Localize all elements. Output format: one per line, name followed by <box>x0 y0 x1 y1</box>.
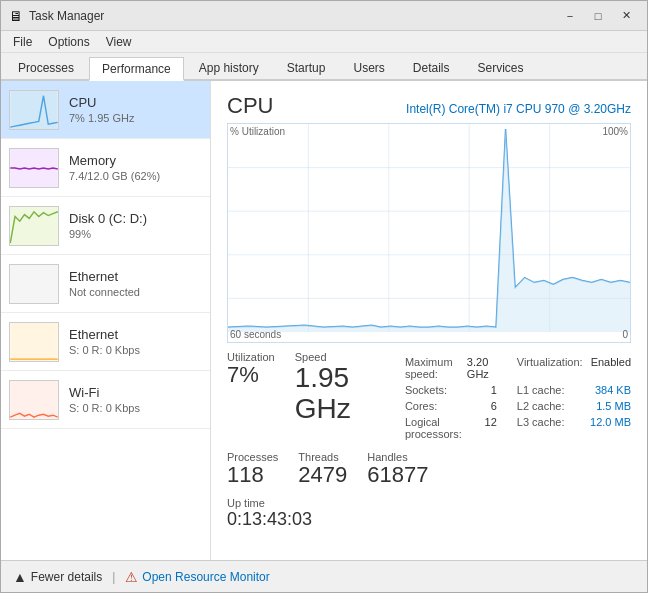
close-button[interactable]: ✕ <box>613 6 639 26</box>
cpu-detail-panel: CPU Intel(R) Core(TM) i7 CPU 970 @ 3.20G… <box>211 81 647 560</box>
l1-row: L1 cache: 384 KB <box>517 383 631 397</box>
disk-mini-graph-container <box>9 206 59 246</box>
ethernet2-label: Ethernet <box>69 327 140 342</box>
task-manager-window: 🖥 Task Manager − □ ✕ File Options View P… <box>0 0 648 593</box>
resource-monitor-icon: ⚠ <box>125 569 138 585</box>
utilization-value: 7% <box>227 363 275 387</box>
title-bar-controls: − □ ✕ <box>557 6 639 26</box>
footer-divider: | <box>112 570 115 584</box>
wifi-mini-graph-svg <box>10 381 58 419</box>
l2-key: L2 cache: <box>517 400 565 412</box>
ethernet2-sublabel: S: 0 R: 0 Kbps <box>69 344 140 356</box>
virt-row: Virtualization: Enabled <box>517 355 631 381</box>
menu-bar: File Options View <box>1 31 647 53</box>
wifi-sublabel: S: 0 R: 0 Kbps <box>69 402 140 414</box>
threads-block: Threads 2479 <box>298 451 347 487</box>
memory-sublabel: 7.4/12.0 GB (62%) <box>69 170 160 182</box>
cpu-detail-header: CPU Intel(R) Core(TM) i7 CPU 970 @ 3.20G… <box>227 93 631 119</box>
uptime-value: 0:13:43:03 <box>227 509 631 530</box>
ethernet2-info: Ethernet S: 0 R: 0 Kbps <box>69 327 140 356</box>
virt-val: Enabled <box>591 356 631 380</box>
l1-val: 384 KB <box>595 384 631 396</box>
menu-view[interactable]: View <box>98 33 140 51</box>
l3-key: L3 cache: <box>517 416 565 440</box>
svg-rect-4 <box>10 323 58 361</box>
wifi-info: Wi-Fi S: 0 R: 0 Kbps <box>69 385 140 414</box>
cores-row: Cores: 6 <box>405 399 497 413</box>
maximize-button[interactable]: □ <box>585 6 611 26</box>
sidebar-item-disk[interactable]: Disk 0 (C: D:) 99% <box>1 197 210 255</box>
chart-x-right: 0 <box>622 329 628 340</box>
disk-sublabel: 99% <box>69 228 147 240</box>
wifi-mini-graph-container <box>9 380 59 420</box>
tab-startup[interactable]: Startup <box>274 55 339 79</box>
tab-users[interactable]: Users <box>340 55 397 79</box>
stats-row-1: Utilization 7% Speed 1.95 GHz Maximum sp… <box>227 351 631 441</box>
sockets-row: Sockets: 1 <box>405 383 497 397</box>
chart-x-left: 60 seconds <box>230 329 281 340</box>
chevron-up-icon: ▲ <box>13 569 27 585</box>
svg-rect-3 <box>10 265 58 303</box>
sockets-val: 1 <box>491 384 497 396</box>
ethernet1-mini-graph-container <box>9 264 59 304</box>
footer: ▲ Fewer details | ⚠ Open Resource Monito… <box>1 560 647 592</box>
cpu-mini-graph-svg <box>10 91 58 129</box>
menu-options[interactable]: Options <box>40 33 97 51</box>
tab-performance[interactable]: Performance <box>89 57 184 81</box>
uptime-block: Up time 0:13:43:03 <box>227 497 631 530</box>
logical-key: Logical processors: <box>405 416 477 440</box>
app-title: Task Manager <box>29 9 104 23</box>
title-bar-left: 🖥 Task Manager <box>9 8 104 24</box>
chart-y-max: 100% <box>602 126 628 137</box>
tab-services[interactable]: Services <box>465 55 537 79</box>
cpu-chart-area: % Utilization 100% 60 seconds 0 <box>227 123 631 343</box>
memory-mini-graph-container <box>9 148 59 188</box>
minimize-button[interactable]: − <box>557 6 583 26</box>
stats-row-2: Processes 118 Threads 2479 Handles 61877 <box>227 451 631 487</box>
ethernet2-mini-graph-container <box>9 322 59 362</box>
wifi-label: Wi-Fi <box>69 385 140 400</box>
tab-app-history[interactable]: App history <box>186 55 272 79</box>
memory-label: Memory <box>69 153 160 168</box>
max-speed-val: 3.20 GHz <box>467 356 497 380</box>
menu-file[interactable]: File <box>5 33 40 51</box>
speed-value: 1.95 GHz <box>295 363 385 425</box>
cpu-chart-svg <box>228 124 630 342</box>
l1-key: L1 cache: <box>517 384 565 396</box>
disk-info: Disk 0 (C: D:) 99% <box>69 211 147 240</box>
sidebar-item-ethernet2[interactable]: Ethernet S: 0 R: 0 Kbps <box>1 313 210 371</box>
cpu-sublabel: 7% 1.95 GHz <box>69 112 134 124</box>
cpu-label: CPU <box>69 95 134 110</box>
cpu-detail-title: CPU <box>227 93 273 119</box>
sidebar-item-memory[interactable]: Memory 7.4/12.0 GB (62%) <box>1 139 210 197</box>
utilization-block: Utilization 7% <box>227 351 275 441</box>
tab-processes[interactable]: Processes <box>5 55 87 79</box>
app-icon: 🖥 <box>9 8 23 24</box>
memory-info: Memory 7.4/12.0 GB (62%) <box>69 153 160 182</box>
processes-block: Processes 118 <box>227 451 278 487</box>
fewer-details-button[interactable]: ▲ Fewer details <box>13 569 102 585</box>
sidebar-item-wifi[interactable]: Wi-Fi S: 0 R: 0 Kbps <box>1 371 210 429</box>
logical-val: 12 <box>485 416 497 440</box>
handles-block: Handles 61877 <box>367 451 428 487</box>
speed-block: Speed 1.95 GHz <box>295 351 385 441</box>
title-bar: 🖥 Task Manager − □ ✕ <box>1 1 647 31</box>
processes-value: 118 <box>227 463 278 487</box>
virt-key: Virtualization: <box>517 356 583 380</box>
cpu-detail-subtitle: Intel(R) Core(TM) i7 CPU 970 @ 3.20GHz <box>406 102 631 116</box>
cores-val: 6 <box>491 400 497 412</box>
cpu-mini-graph-container <box>9 90 59 130</box>
memory-mini-graph-svg <box>10 149 58 187</box>
sidebar-item-ethernet1[interactable]: Ethernet Not connected <box>1 255 210 313</box>
ethernet2-mini-graph-svg <box>10 323 58 361</box>
disk-mini-graph-svg <box>10 207 58 245</box>
tab-details[interactable]: Details <box>400 55 463 79</box>
l2-val: 1.5 MB <box>596 400 631 412</box>
uptime-label: Up time <box>227 497 631 509</box>
ethernet1-info: Ethernet Not connected <box>69 269 140 298</box>
sidebar-item-cpu[interactable]: CPU 7% 1.95 GHz <box>1 81 210 139</box>
svg-rect-5 <box>10 381 58 419</box>
max-speed-key: Maximum speed: <box>405 356 459 380</box>
cpu-info: CPU 7% 1.95 GHz <box>69 95 134 124</box>
open-resource-monitor-link[interactable]: Open Resource Monitor <box>142 570 269 584</box>
